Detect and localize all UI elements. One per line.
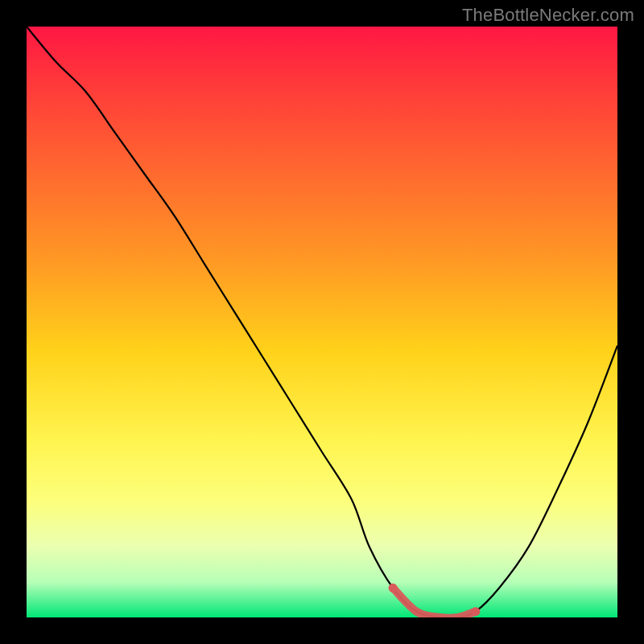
bottleneck-curve bbox=[27, 27, 617, 617]
watermark-text: TheBottleNecker.com bbox=[462, 5, 634, 26]
optimal-region-endpoint bbox=[389, 584, 398, 592]
chart-frame: TheBottleNecker.com bbox=[0, 0, 644, 644]
plot-area bbox=[27, 27, 617, 617]
bottleneck-curve-path bbox=[27, 27, 617, 617]
optimal-region-endpoint bbox=[471, 607, 480, 616]
optimal-region-highlight bbox=[393, 588, 476, 617]
